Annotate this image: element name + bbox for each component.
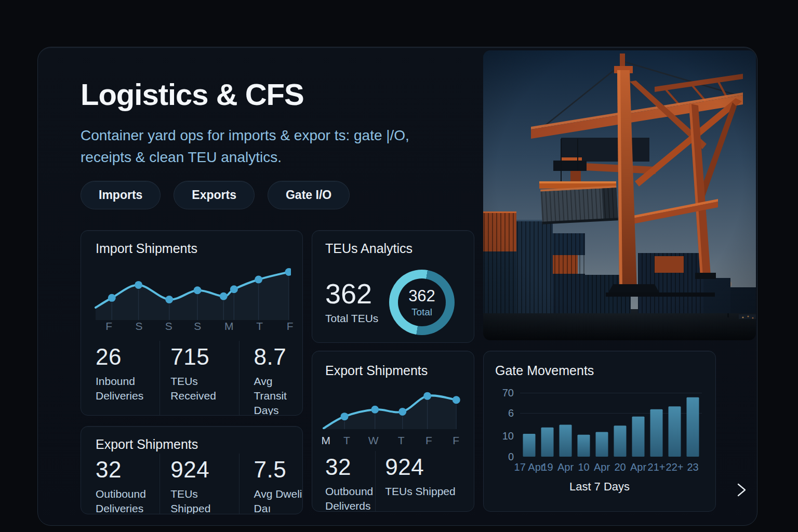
card-title: Gate Movements (495, 363, 594, 378)
gate-chart-x-labels: 17 Apr19Apr10Apr20Apr21+22+23 (520, 461, 702, 475)
donut-value: 362 (408, 287, 435, 305)
export-summary-stats-row: 32 Outibound Deliveries 924 TEUs Shipped… (81, 454, 302, 514)
stat-teus-received: 715 TEUs Received (159, 341, 238, 415)
stat-outbound-deliveries: 32 Outbound Deliverds (312, 451, 375, 511)
import-shipments-line-chart (94, 263, 291, 320)
stat-value: 8.7 (254, 344, 302, 369)
axis-label: Apr (594, 461, 610, 473)
tab-gate-io[interactable]: Gate I/O (268, 181, 350, 209)
import-shipments-card: Import Shipments FSSSMTF 26 Inbound Deli… (81, 230, 303, 416)
axis-label: F (287, 320, 294, 332)
teus-donut-chart: 362 Total (389, 270, 455, 335)
stat-value: 26 (96, 344, 159, 369)
axis-tick-label: 0 (508, 451, 514, 463)
card-title: Import Shipments (96, 241, 197, 256)
stat-value: 32 (96, 457, 159, 482)
axis-label: 10 (578, 461, 589, 473)
stat-avg-transit-days: 8.7 Avg Transit Days (239, 341, 302, 415)
stat-label: TEUs Shipped (385, 484, 474, 499)
tab-exports[interactable]: Exports (174, 181, 255, 209)
card-title: Export Shipments (96, 437, 198, 452)
chevron-right-icon (734, 481, 749, 499)
port-crane-photo (483, 50, 756, 340)
gate-movements-bar-chart (520, 393, 702, 457)
stat-label: TEUs Shipped (170, 487, 238, 514)
gate-movements-card: Gate Movements 706100 17 Apr19Apr10Apr20… (483, 351, 716, 512)
port-photo-illustration (483, 50, 756, 340)
axis-tick-label: 70 (502, 387, 514, 399)
export-chart-x-labels: MTWTFF (322, 434, 466, 448)
total-teus-value: 362 (325, 277, 372, 310)
axis-tick-label: 10 (502, 430, 514, 442)
teus-analytics-card: TEUs Analytics 362 Total TEUs 362 Total (312, 230, 474, 343)
next-button[interactable] (730, 479, 752, 501)
stat-outbound-deliveries: 32 Outibound Deliveries (81, 454, 159, 514)
tab-bar: Imports Exports Gate I/O (81, 181, 350, 209)
stat-label: Avg Dweli Daı (254, 487, 302, 514)
export-shipments-line-chart (322, 382, 466, 429)
donut-center: 362 Total (398, 278, 446, 326)
axis-label: Apr (557, 461, 574, 473)
stat-label: TEUs Received (170, 374, 238, 403)
tab-imports[interactable]: Imports (81, 181, 161, 209)
import-chart-x-labels: FSSSMTF (94, 320, 291, 334)
page-subtitle: Container yard ops for imports & expor t… (81, 125, 444, 168)
gate-range-label: Last 7 Days (484, 480, 715, 494)
gate-chart-y-axis: 706100 (489, 393, 514, 457)
axis-label: T (256, 320, 263, 332)
axis-label: F (105, 320, 112, 332)
stat-label: Outbound Deliverds (325, 484, 375, 512)
export-stats-row: 32 Outbound Deliverds 924 TEUs Shipped (312, 451, 474, 511)
stat-value: 924 (170, 457, 238, 482)
axis-label: 23 (687, 461, 698, 473)
axis-label: S (165, 320, 172, 332)
axis-label: 21+ (648, 461, 666, 473)
axis-label: W (368, 434, 379, 447)
import-stats-row: 26 Inbound Deliveries 715 TEUs Received … (81, 341, 302, 415)
page-title: Logistics & CFS (81, 77, 304, 112)
stat-inbound-deliveries: 26 Inbound Deliveries (81, 341, 159, 415)
axis-label: S (135, 320, 142, 332)
axis-label: 20 (614, 461, 626, 473)
stat-value: 715 (170, 344, 238, 369)
axis-label: F (425, 434, 432, 447)
export-shipments-summary-card: Export Shipments 32 Outibound Deliveries… (81, 426, 303, 514)
stat-value: 32 (325, 454, 375, 480)
stat-value: 7.5 (254, 457, 302, 482)
axis-label: S (194, 320, 201, 332)
axis-tick-label: 6 (508, 407, 514, 419)
card-title: Export Shipments (325, 363, 428, 378)
axis-label: M (322, 434, 331, 447)
stat-label: Outibound Deliveries (96, 487, 159, 514)
stat-value: 924 (385, 454, 474, 480)
stat-avg-dwell-days: 7.5 Avg Dweli Daı (239, 454, 302, 514)
axis-label: M (224, 320, 234, 332)
axis-label: F (453, 434, 459, 447)
axis-label: 22+ (666, 461, 684, 473)
stat-label: Inbound Deliveries (96, 374, 159, 403)
card-title: TEUs Analytics (325, 241, 413, 256)
export-shipments-chart-card: Export Shipments MTWTFF 32 Outbound Deli… (312, 351, 474, 512)
axis-label: T (343, 434, 350, 447)
total-teus-label: Total TEUs (325, 312, 378, 325)
stat-teus-shipped: 924 TEUs Shipped (375, 451, 474, 511)
axis-label: Apr (630, 461, 646, 473)
axis-label: 19 (541, 461, 553, 473)
axis-label: 17 Apr (514, 461, 544, 473)
axis-label: T (398, 434, 405, 447)
stat-label: Avg Transit Days (254, 374, 302, 416)
donut-label: Total (411, 307, 432, 318)
stat-teus-shipped: 924 TEUs Shipped (159, 454, 238, 514)
